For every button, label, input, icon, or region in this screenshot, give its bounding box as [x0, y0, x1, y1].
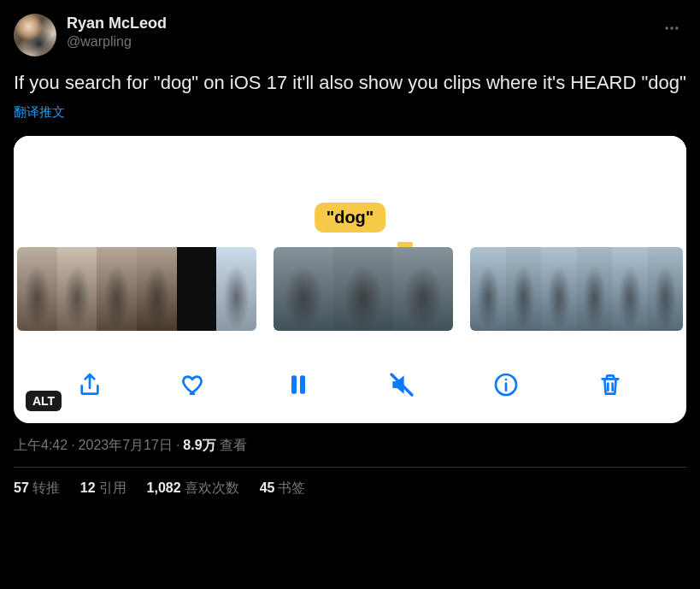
svg-point-2	[675, 27, 678, 29]
tweet-date[interactable]: 2023年7月17日	[79, 438, 173, 452]
info-button[interactable]	[487, 366, 525, 403]
thumbnail	[57, 247, 97, 331]
quotes-stat[interactable]: 12引用	[80, 480, 126, 498]
thumbnail	[612, 247, 648, 331]
tweet-header: Ryan McLeod @warpling	[14, 14, 686, 56]
alt-badge[interactable]: ALT	[26, 391, 62, 411]
share-icon	[76, 371, 103, 398]
svg-point-8	[505, 378, 508, 380]
info-icon	[492, 371, 520, 398]
thumbnail	[177, 247, 217, 331]
display-name: Ryan McLeod	[67, 14, 167, 33]
more-button[interactable]	[657, 14, 686, 43]
retweets-stat[interactable]: 57转推	[14, 480, 60, 498]
trash-icon	[597, 371, 624, 398]
svg-rect-3	[291, 375, 297, 393]
thumbnail	[648, 247, 684, 331]
video-timeline[interactable]	[14, 247, 686, 331]
media-toolbar	[14, 346, 686, 423]
pause-button[interactable]	[279, 366, 317, 403]
thumbnail	[506, 247, 542, 331]
caption-bubble: "dog"	[315, 203, 386, 233]
svg-point-0	[666, 27, 668, 29]
thumbnail	[470, 247, 506, 331]
handle: @warpling	[67, 33, 167, 50]
thumbnail	[541, 247, 577, 331]
tweet-time[interactable]: 上午4:42	[14, 438, 68, 452]
stats-row: 57转推 12引用 1,082喜欢次数 45书签	[14, 480, 686, 498]
delete-button[interactable]	[591, 366, 629, 403]
share-button[interactable]	[71, 366, 109, 403]
clip-group-2[interactable]	[274, 247, 453, 331]
likes-stat[interactable]: 1,082喜欢次数	[147, 480, 239, 498]
views-number: 8.9万	[183, 438, 215, 452]
pause-icon	[285, 371, 312, 398]
bookmarks-stat[interactable]: 45书签	[260, 480, 306, 498]
heart-icon	[180, 371, 208, 398]
media-card[interactable]: "dog"	[14, 136, 686, 423]
clip-group-1[interactable]	[17, 247, 256, 331]
thumbnail	[393, 247, 453, 331]
media-white-area	[14, 136, 686, 211]
thumbnail	[333, 247, 393, 331]
views-label: 查看	[220, 438, 247, 452]
tweet-container: Ryan McLeod @warpling If you search for …	[14, 14, 686, 498]
tweet-meta: 上午4:42·2023年7月17日·8.9万 查看	[14, 437, 686, 455]
thumbnail	[137, 247, 177, 331]
like-button[interactable]	[175, 366, 213, 403]
speaker-muted-icon	[388, 371, 415, 398]
svg-point-1	[670, 27, 673, 29]
translate-link[interactable]: 翻译推文	[14, 104, 686, 121]
author-block[interactable]: Ryan McLeod @warpling	[67, 14, 167, 50]
thumbnail	[97, 247, 137, 331]
thumbnail	[17, 247, 57, 331]
more-icon	[663, 20, 680, 37]
clip-group-3[interactable]	[470, 247, 683, 331]
avatar[interactable]	[14, 14, 56, 56]
thumbnail	[577, 247, 613, 331]
divider	[14, 467, 686, 468]
thumbnail	[216, 247, 256, 331]
tweet-body: If you search for "dog" on iOS 17 it'll …	[14, 70, 686, 96]
thumbnail	[274, 247, 333, 331]
mute-button[interactable]	[383, 366, 421, 403]
svg-rect-4	[300, 375, 305, 393]
